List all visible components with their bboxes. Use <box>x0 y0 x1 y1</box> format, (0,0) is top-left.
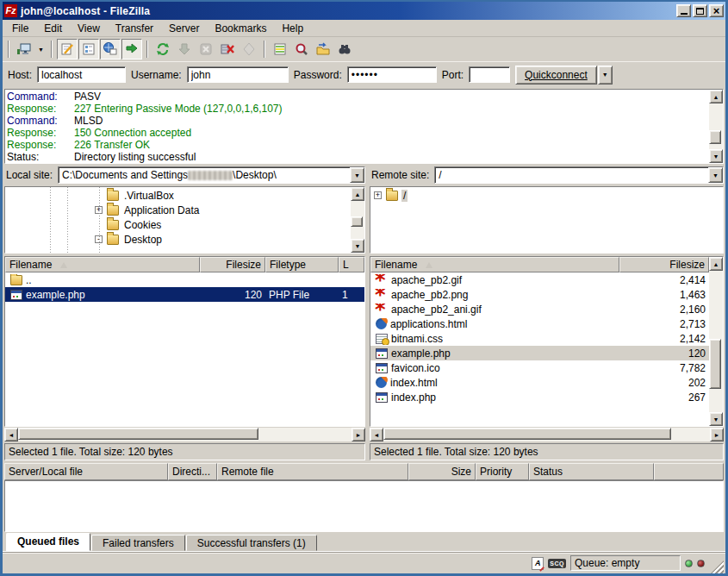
column-header-filesize[interactable]: Filesize <box>200 257 265 272</box>
file-row[interactable]: favicon.ico7,782 <box>370 360 709 375</box>
scrollbar-thumb[interactable] <box>709 130 721 144</box>
toggle-transfer-queue-button[interactable] <box>121 39 142 59</box>
queue-list[interactable] <box>4 480 724 532</box>
local-directory-tree[interactable]: .VirtualBox +Application Data Cookies -D… <box>5 187 351 253</box>
file-row[interactable]: bitnami.css2,142 <box>370 331 709 346</box>
abort-button[interactable] <box>239 39 259 59</box>
remote-directory-tree[interactable]: + / <box>370 187 723 253</box>
column-header-last-modified[interactable]: L <box>339 257 364 272</box>
minimize-button[interactable] <box>676 4 691 17</box>
column-header-direction[interactable]: Directi... <box>168 463 217 480</box>
log-scrollbar[interactable]: ▲ ▼ <box>709 90 723 163</box>
tree-item[interactable]: -Desktop <box>5 232 351 247</box>
scroll-up-icon[interactable]: ▲ <box>351 187 364 201</box>
menu-view[interactable]: View <box>70 21 108 36</box>
file-row[interactable]: apache_pb2.gif2,414 <box>370 272 709 287</box>
tree-item[interactable]: +Application Data <box>5 203 351 217</box>
menu-edit[interactable]: Edit <box>36 21 70 36</box>
menu-transfer[interactable]: Transfer <box>108 21 161 36</box>
remote-root[interactable]: / <box>401 190 408 202</box>
menu-file[interactable]: File <box>4 21 36 36</box>
quickconnect-dropdown[interactable] <box>598 66 613 85</box>
local-file-list-panel: Filename Filesize Filetype L .. example.… <box>4 256 365 427</box>
scroll-down-icon[interactable]: ▼ <box>709 149 723 163</box>
file-row-selected[interactable]: example.php120 <box>370 346 709 360</box>
local-file-list[interactable]: Filename Filesize Filetype L .. example.… <box>5 257 364 426</box>
toggle-remote-tree-button[interactable] <box>100 39 121 59</box>
file-row[interactable]: index.php267 <box>370 390 709 404</box>
maximize-button[interactable] <box>693 4 707 17</box>
site-manager-dropdown[interactable] <box>35 39 47 59</box>
title-bar[interactable]: Fz john@localhost - FileZilla <box>3 2 725 20</box>
scrollbar-thumb[interactable] <box>383 428 671 440</box>
close-button[interactable] <box>709 4 724 17</box>
local-hscrollbar[interactable]: ◄ ► <box>4 428 365 441</box>
scrollbar-thumb[interactable] <box>351 216 363 227</box>
local-tree-scrollbar[interactable]: ▲ ▼ <box>351 187 364 253</box>
file-row[interactable]: apache_pb2.png1,463 <box>370 287 709 302</box>
scroll-up-icon[interactable]: ▲ <box>709 90 723 103</box>
column-header-server-local-file[interactable]: Server/Local file <box>4 463 168 480</box>
column-header-status[interactable]: Status <box>529 463 654 480</box>
message-log[interactable]: Command:PASV Response:227 Entering Passi… <box>5 90 709 163</box>
column-header-filesize[interactable]: Filesize <box>619 257 709 272</box>
chevron-down-icon[interactable] <box>350 167 364 183</box>
scroll-right-icon[interactable]: ► <box>352 428 365 441</box>
toggle-message-log-button[interactable] <box>57 39 78 59</box>
tree-item[interactable]: Cookies <box>5 217 351 232</box>
file-row[interactable]: applications.html2,713 <box>370 316 709 331</box>
tab-successful-transfers[interactable]: Successful transfers (1) <box>186 535 317 551</box>
refresh-button[interactable] <box>152 39 173 59</box>
remote-hscrollbar[interactable]: ◄ ► <box>370 428 724 441</box>
scroll-left-icon[interactable]: ◄ <box>4 428 18 441</box>
menu-server[interactable]: Server <box>161 21 207 36</box>
local-site-combo[interactable]: C:\Documents and Settings\Desktop\ <box>58 166 365 184</box>
chevron-down-icon[interactable] <box>708 167 723 183</box>
column-header-size[interactable]: Size <box>408 463 476 480</box>
remote-pane: Remote site: / + / Filen <box>370 166 724 460</box>
file-row[interactable]: .. <box>5 272 364 287</box>
tree-item[interactable]: .VirtualBox <box>5 188 351 203</box>
synchronized-browsing-button[interactable] <box>313 39 333 59</box>
remote-list-scrollbar[interactable]: ▲ ▼ <box>709 257 723 426</box>
menu-help[interactable]: Help <box>274 21 311 36</box>
scroll-up-icon[interactable]: ▲ <box>709 257 723 271</box>
tab-queued-files[interactable]: Queued files <box>6 533 90 551</box>
tree-item[interactable]: + / <box>370 188 723 203</box>
column-header-remote-file[interactable]: Remote file <box>217 463 408 480</box>
scroll-down-icon[interactable]: ▼ <box>351 239 364 253</box>
username-input[interactable] <box>187 66 289 83</box>
local-site-label: Local site: <box>4 167 56 183</box>
menu-bookmarks[interactable]: Bookmarks <box>207 21 274 36</box>
remote-file-list[interactable]: Filename Filesize apache_pb2.gif2,414 ap… <box>370 257 709 426</box>
cancel-operation-button[interactable] <box>196 39 216 59</box>
file-row-selected[interactable]: example.php 120 PHP File 1 <box>5 287 364 302</box>
quickconnect-button[interactable]: Quickconnect <box>515 66 597 85</box>
site-manager-button[interactable] <box>14 39 34 59</box>
column-header-filetype[interactable]: Filetype <box>265 257 339 272</box>
log-line: Response:150 Connection accepted <box>7 127 707 139</box>
password-input[interactable] <box>347 66 437 83</box>
filename-search-button[interactable] <box>291 39 312 59</box>
toggle-local-tree-button[interactable] <box>78 39 99 59</box>
process-queue-button[interactable] <box>174 39 195 59</box>
expand-icon[interactable]: + <box>374 191 382 199</box>
column-header-filename[interactable]: Filename <box>5 257 200 272</box>
scroll-right-icon[interactable]: ► <box>710 428 724 441</box>
find-files-button[interactable] <box>334 39 355 59</box>
disconnect-button[interactable] <box>217 39 238 59</box>
host-input[interactable] <box>37 66 126 83</box>
scrollbar-thumb[interactable] <box>18 428 258 440</box>
resize-grip[interactable] <box>711 560 724 573</box>
column-header-filename[interactable]: Filename <box>370 257 619 272</box>
scroll-left-icon[interactable]: ◄ <box>370 428 383 441</box>
directory-comparison-button[interactable] <box>270 39 290 59</box>
remote-site-combo[interactable]: / <box>434 166 724 184</box>
file-row[interactable]: apache_pb2_ani.gif2,160 <box>370 302 709 316</box>
file-row[interactable]: index.html202 <box>370 375 709 390</box>
port-input[interactable] <box>469 66 510 83</box>
column-header-priority[interactable]: Priority <box>476 463 529 480</box>
scrollbar-thumb[interactable] <box>709 339 721 389</box>
scroll-down-icon[interactable]: ▼ <box>709 412 723 426</box>
tab-failed-transfers[interactable]: Failed transfers <box>91 535 185 551</box>
